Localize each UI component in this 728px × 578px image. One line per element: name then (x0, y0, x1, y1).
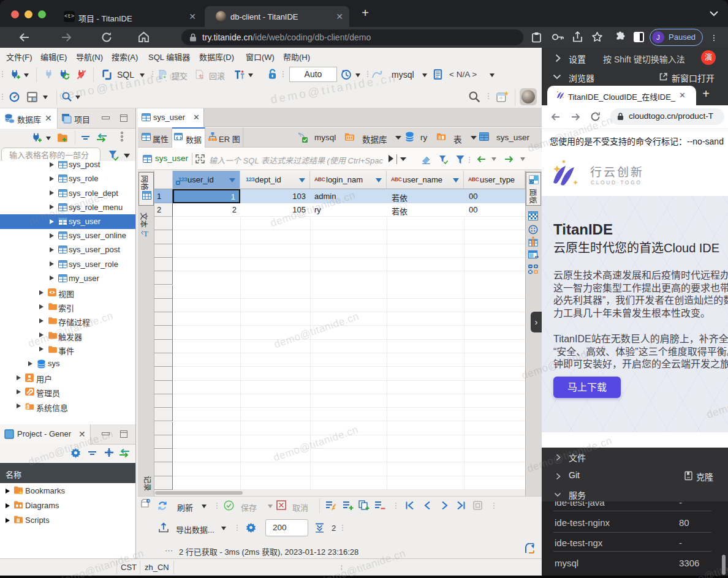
svg-text:i: i (28, 405, 29, 409)
svg-text:T: T (143, 229, 148, 238)
